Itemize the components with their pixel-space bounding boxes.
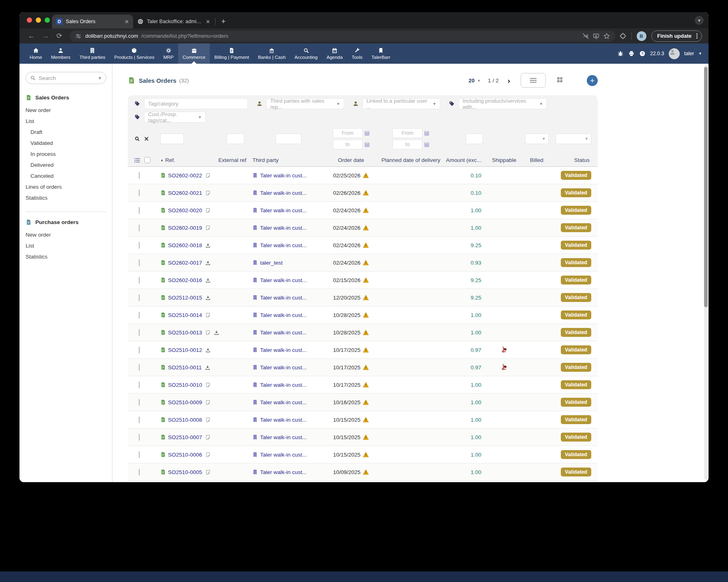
help-icon[interactable]: ?	[639, 50, 646, 57]
col-third-party[interactable]: Third party	[252, 157, 325, 163]
row-checkbox[interactable]	[139, 294, 140, 301]
sidebar-item-new-order[interactable]: New order	[26, 229, 106, 240]
third-party-link[interactable]: Taler walk-in cust...	[260, 330, 307, 336]
amount-link[interactable]: 0.93	[471, 260, 481, 266]
customer-tags-select[interactable]: Cust./Prosp. tags/cat...▼	[144, 112, 206, 123]
order-ref-link[interactable]: SO2602-0016	[168, 277, 202, 283]
order-ref-link[interactable]: SO2510-0008	[168, 417, 202, 423]
nav-item-commerce[interactable]: Commerce	[178, 43, 210, 64]
page-size-chevron-icon[interactable]: ▼	[477, 79, 480, 83]
col-billed[interactable]: Billed	[521, 157, 552, 163]
third-party-link[interactable]: Taler walk-in cust...	[260, 399, 307, 405]
col-amount[interactable]: Amount (exc...	[444, 157, 487, 163]
calendar-icon[interactable]	[364, 131, 370, 136]
download-icon[interactable]	[204, 295, 211, 300]
next-page-button[interactable]: ›	[508, 77, 510, 84]
new-tab-button[interactable]: +	[218, 17, 229, 26]
row-checkbox[interactable]	[139, 434, 140, 441]
row-checkbox[interactable]	[139, 347, 140, 354]
user-avatar[interactable]	[669, 48, 680, 59]
nav-item-agenda[interactable]: Agenda	[322, 43, 347, 64]
tab-sales-orders[interactable]: D Sales Orders ✕	[52, 15, 133, 28]
download-icon[interactable]	[213, 330, 219, 335]
third-party-link[interactable]: Taler walk-in cust...	[260, 312, 307, 318]
note-icon[interactable]	[204, 313, 211, 318]
status-filter-select[interactable]: ▼	[556, 134, 591, 144]
note-icon[interactable]	[204, 225, 211, 231]
order-date-from-input[interactable]	[333, 128, 363, 138]
amount-link[interactable]: 0.10	[471, 172, 481, 179]
note-icon[interactable]	[204, 452, 211, 457]
finish-update-button[interactable]: Finish update	[651, 30, 702, 42]
note-icon[interactable]	[204, 400, 211, 405]
order-date-to-input[interactable]	[333, 140, 363, 149]
bug-report-icon[interactable]	[617, 50, 624, 57]
third-party-link[interactable]: Taler walk-in cust...	[260, 434, 307, 440]
nav-item-members[interactable]: Members	[47, 43, 75, 64]
sidebar-item-statistics[interactable]: Statistics	[26, 251, 106, 262]
amount-link[interactable]: 0.97	[471, 347, 481, 353]
third-party-link[interactable]: taler_test	[260, 260, 283, 266]
sidebar-section-title[interactable]: Sales Orders	[26, 95, 106, 101]
col-status[interactable]: Status	[552, 157, 598, 163]
download-icon[interactable]	[204, 278, 211, 283]
order-ref-link[interactable]: SO2510-0011	[168, 364, 202, 371]
sort-asc-icon[interactable]: ▲	[160, 158, 164, 162]
sidebar-item-canceled[interactable]: Canceled	[26, 170, 106, 181]
third-party-link[interactable]: Taler walk-in cust...	[260, 225, 307, 231]
planned-date-from-input[interactable]	[392, 128, 422, 138]
translate-off-icon[interactable]: A	[582, 32, 589, 40]
tab-taler-backoffice[interactable]: Taler Backoffice: admin: Orde ✕	[133, 15, 214, 28]
billed-filter-select[interactable]: ▼	[525, 134, 549, 144]
sidebar-item-list[interactable]: List	[26, 116, 106, 127]
sidebar-item-validated[interactable]: Validated	[26, 138, 106, 149]
sidebar-search[interactable]: ▼	[26, 72, 106, 84]
close-window-button[interactable]	[27, 17, 32, 23]
amount-link[interactable]: 0.10	[471, 190, 481, 196]
maximize-window-button[interactable]	[45, 17, 50, 23]
third-party-link[interactable]: Taler walk-in cust...	[260, 417, 307, 423]
note-icon[interactable]	[204, 173, 211, 178]
row-checkbox[interactable]	[139, 416, 140, 423]
sidebar-item-in-process[interactable]: In process	[26, 149, 106, 160]
order-ref-link[interactable]: SO2510-0013	[168, 330, 202, 336]
row-checkbox[interactable]	[139, 399, 140, 406]
calendar-icon[interactable]	[424, 131, 429, 136]
nav-item-mrp[interactable]: MRP	[159, 43, 178, 64]
sidebar-item-draft[interactable]: Draft	[26, 127, 106, 138]
list-view-button[interactable]	[521, 73, 546, 88]
print-icon[interactable]	[628, 50, 635, 57]
download-icon[interactable]	[204, 243, 211, 248]
search-dropdown-chevron-icon[interactable]: ▼	[98, 76, 102, 80]
planned-date-to-input[interactable]	[392, 140, 422, 149]
amount-link[interactable]: 9.25	[471, 242, 481, 248]
download-icon[interactable]	[204, 260, 211, 265]
close-tab-icon[interactable]: ✕	[206, 19, 210, 25]
col-order-date[interactable]: Order date	[325, 157, 377, 163]
order-ref-link[interactable]: SO2602-0020	[168, 207, 202, 213]
note-icon[interactable]	[204, 208, 211, 213]
calendar-icon[interactable]	[424, 142, 429, 147]
third-party-link[interactable]: Taler walk-in cust...	[260, 469, 307, 475]
amount-link[interactable]: 1.00	[471, 399, 481, 405]
linked-user-select[interactable]: Linked to a particular user ...▼	[362, 98, 440, 109]
amount-link[interactable]: 0.97	[471, 364, 481, 371]
third-party-sales-rep-select[interactable]: Third parties with sales rep...▼	[266, 98, 344, 109]
third-party-link[interactable]: Taler walk-in cust...	[260, 172, 307, 179]
page-scrollbar[interactable]	[704, 65, 708, 480]
row-checkbox[interactable]	[139, 259, 140, 266]
note-icon[interactable]	[204, 417, 211, 422]
order-ref-link[interactable]: SO2512-0015	[168, 295, 202, 301]
profile-avatar[interactable]: B	[637, 31, 646, 41]
third-party-link[interactable]: Taler walk-in cust...	[260, 277, 307, 283]
note-icon[interactable]	[204, 382, 211, 388]
order-ref-link[interactable]: SO2510-0014	[168, 312, 202, 318]
download-icon[interactable]	[204, 365, 210, 370]
sidebar-item-delivered[interactable]: Delivered	[26, 160, 106, 170]
nav-item-home[interactable]: Home	[25, 43, 47, 64]
third-party-filter-input[interactable]	[276, 134, 302, 144]
order-ref-link[interactable]: SO2602-0018	[168, 242, 202, 248]
col-planned-date[interactable]: Planned date of delivery	[377, 157, 444, 163]
order-ref-link[interactable]: SO2510-0007	[168, 434, 202, 440]
extensions-icon[interactable]	[619, 32, 627, 40]
